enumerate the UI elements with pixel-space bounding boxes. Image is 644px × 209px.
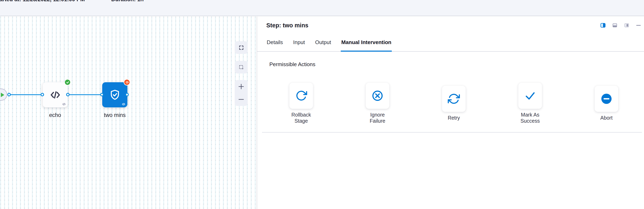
action-rollback-stage[interactable]: Rollback Stage: [286, 83, 316, 124]
connector-port: [66, 93, 70, 96]
script-type-icon: [62, 102, 66, 106]
section-divider: [262, 132, 642, 133]
started-at-text: Started at: 11/25/2022, 12:01:00 PM: [0, 0, 85, 2]
fullscreen-icon: [238, 45, 244, 50]
action-card[interactable]: [594, 86, 618, 112]
timeout-badge-icon: [124, 79, 130, 86]
step-details-panel: Step: two mins: [257, 16, 644, 209]
action-card[interactable]: [518, 83, 542, 109]
minimize-icon: [636, 23, 641, 28]
connector-port: [40, 93, 44, 96]
connector-port: [7, 93, 11, 96]
tab-output[interactable]: Output: [315, 34, 332, 52]
permissible-actions-row: Rollback Stage Ignore Failure: [286, 83, 644, 124]
action-card[interactable]: [366, 83, 389, 109]
plus-icon: [238, 83, 245, 90]
connector-port: [125, 93, 129, 96]
node-label-echo: echo: [41, 112, 70, 118]
step-node-echo[interactable]: [43, 82, 68, 107]
step-tabs: Details Input Output Manual Intervention: [257, 34, 644, 52]
action-label: Retry: [448, 115, 460, 121]
shield-check-icon: [108, 88, 121, 101]
rollback-icon: [295, 90, 308, 102]
mark-as-success-icon: [524, 90, 536, 102]
action-label: Rollback Stage: [286, 112, 316, 124]
split-view-button[interactable]: [600, 23, 606, 28]
duration-text: Duration: 1h: [111, 0, 144, 2]
action-retry[interactable]: Retry: [438, 86, 469, 121]
panel-divider: [257, 16, 257, 209]
bottom-panel-icon: [612, 23, 617, 28]
action-card[interactable]: [442, 86, 466, 112]
tab-manual-intervention[interactable]: Manual Intervention: [341, 34, 392, 52]
code-icon: [50, 89, 61, 101]
pipeline-start-node: [0, 88, 7, 100]
abort-icon: [600, 92, 613, 105]
action-ignore-failure[interactable]: Ignore Failure: [362, 83, 393, 124]
marquee-select-button[interactable]: [235, 61, 248, 74]
zoom-out-button[interactable]: [235, 93, 248, 106]
action-label: Ignore Failure: [362, 112, 393, 124]
manual-intervention-content: Permissible Actions Rollback Stage: [257, 52, 644, 133]
retry-icon: [448, 92, 460, 105]
section-title: Permissible Actions: [269, 61, 644, 68]
action-abort[interactable]: Abort: [591, 86, 622, 121]
fit-to-screen-button[interactable]: [235, 41, 248, 54]
panel-header: Step: two mins: [257, 16, 644, 34]
tab-input[interactable]: Input: [292, 34, 305, 52]
node-label-two-mins: two mins: [98, 112, 132, 118]
connector-port: [100, 93, 104, 96]
execution-header-band: Started at: 11/25/2022, 12:01:00 PM Dura…: [0, 0, 644, 16]
edge-echo-twomins: [67, 94, 103, 95]
tab-details[interactable]: Details: [266, 34, 283, 52]
panel-layout-controls: [600, 23, 641, 28]
zoom-in-button[interactable]: [235, 80, 248, 93]
panel-title: Step: two mins: [266, 22, 600, 29]
right-panel-icon: [624, 23, 629, 28]
selection-icon: [238, 64, 244, 70]
ignore-failure-icon: [371, 90, 384, 102]
right-panel-button[interactable]: [624, 23, 629, 28]
bottom-panel-button[interactable]: [612, 23, 618, 28]
action-card[interactable]: [289, 83, 313, 109]
zoom-controls: [235, 80, 248, 106]
edge-start-echo: [8, 94, 43, 95]
minimize-panel-button[interactable]: [636, 23, 641, 28]
success-badge-icon: [64, 79, 71, 86]
pipeline-canvas[interactable]: echo two mins: [0, 16, 257, 209]
action-label: Abort: [600, 115, 612, 121]
play-icon: [1, 93, 4, 97]
action-mark-as-success[interactable]: Mark As Success: [515, 83, 546, 124]
action-label: Mark As Success: [515, 112, 546, 124]
step-node-two-mins[interactable]: [102, 82, 127, 107]
split-panel-icon: [600, 23, 606, 28]
minus-icon: [238, 96, 245, 103]
script-type-icon: [122, 102, 126, 106]
